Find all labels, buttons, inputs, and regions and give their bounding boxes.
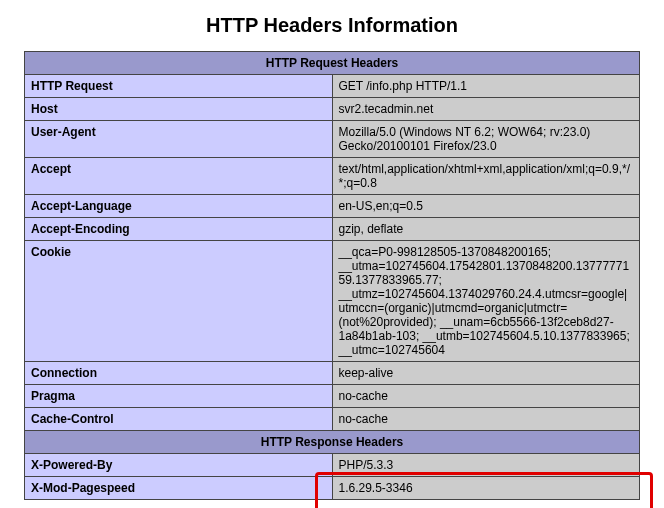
row-value: GET /info.php HTTP/1.1 (332, 75, 640, 98)
row-label: Cache-Control (25, 408, 333, 431)
row-value: Mozilla/5.0 (Windows NT 6.2; WOW64; rv:2… (332, 121, 640, 158)
row-value: 1.6.29.5-3346 (332, 477, 640, 500)
row-value: __qca=P0-998128505-1370848200165; __utma… (332, 241, 640, 362)
row-value: keep-alive (332, 362, 640, 385)
row-label: Cookie (25, 241, 333, 362)
row-value: no-cache (332, 408, 640, 431)
table-row: User-AgentMozilla/5.0 (Windows NT 6.2; W… (25, 121, 640, 158)
row-value: en-US,en;q=0.5 (332, 195, 640, 218)
table-row: X-Powered-ByPHP/5.3.3 (25, 454, 640, 477)
row-label: Connection (25, 362, 333, 385)
row-label: User-Agent (25, 121, 333, 158)
row-label: Pragma (25, 385, 333, 408)
page-title: HTTP Headers Information (24, 14, 640, 37)
row-label: Host (25, 98, 333, 121)
request-headers-section: HTTP Request Headers (25, 52, 640, 75)
row-value: text/html,application/xhtml+xml,applicat… (332, 158, 640, 195)
table-row: Hostsvr2.tecadmin.net (25, 98, 640, 121)
row-label: X-Powered-By (25, 454, 333, 477)
row-label: X-Mod-Pagespeed (25, 477, 333, 500)
row-value: svr2.tecadmin.net (332, 98, 640, 121)
table-row: Accept-Encodinggzip, deflate (25, 218, 640, 241)
highlight-marker (315, 472, 654, 508)
table-row: X-Mod-Pagespeed1.6.29.5-3346 (25, 477, 640, 500)
table-row: Cache-Controlno-cache (25, 408, 640, 431)
table-row: Accept-Languageen-US,en;q=0.5 (25, 195, 640, 218)
row-label: HTTP Request (25, 75, 333, 98)
headers-table: HTTP Request HeadersHTTP RequestGET /inf… (24, 51, 640, 500)
response-headers-section: HTTP Response Headers (25, 431, 640, 454)
table-row: Accepttext/html,application/xhtml+xml,ap… (25, 158, 640, 195)
row-value: no-cache (332, 385, 640, 408)
row-label: Accept-Encoding (25, 218, 333, 241)
table-row: Pragmano-cache (25, 385, 640, 408)
row-value: gzip, deflate (332, 218, 640, 241)
row-label: Accept-Language (25, 195, 333, 218)
row-value: PHP/5.3.3 (332, 454, 640, 477)
table-row: Connectionkeep-alive (25, 362, 640, 385)
table-row: HTTP RequestGET /info.php HTTP/1.1 (25, 75, 640, 98)
row-label: Accept (25, 158, 333, 195)
table-row: Cookie__qca=P0-998128505-1370848200165; … (25, 241, 640, 362)
